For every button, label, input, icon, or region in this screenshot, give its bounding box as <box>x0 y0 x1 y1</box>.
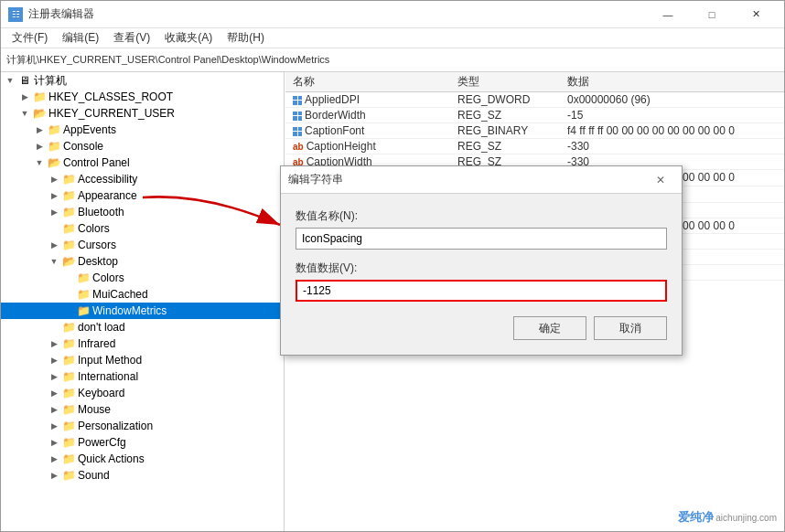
tree-node-sound[interactable]: ▶ 📁 Sound <box>1 467 284 484</box>
expand-keyboard[interactable]: ▶ <box>47 386 61 400</box>
tree-node-colors[interactable]: ▶ 📁 Colors <box>1 220 284 237</box>
tree-node-powercfg[interactable]: ▶ 📁 PowerCfg <box>1 434 284 451</box>
node-label-console: Console <box>63 140 103 153</box>
tree-node-quickactions[interactable]: ▶ 📁 Quick Actions <box>1 451 284 467</box>
tree-node-cursors[interactable]: ▶ 📁 Cursors <box>1 237 284 253</box>
expand-control-panel[interactable]: ▼ <box>32 155 47 170</box>
expand-quickactions[interactable]: ▶ <box>47 452 61 466</box>
tree-node-console[interactable]: ▶ 📁 Console <box>1 138 284 154</box>
menu-help[interactable]: 帮助(H) <box>220 28 272 48</box>
tree-node-infrared[interactable]: ▶ 📁 Infrared <box>1 335 284 352</box>
expand-international[interactable]: ▶ <box>47 369 61 384</box>
expand-infrared[interactable]: ▶ <box>47 336 61 351</box>
tree-node-appevents[interactable]: ▶ 📁 AppEvents <box>1 122 284 138</box>
window-controls: — □ ✕ <box>647 1 777 28</box>
data-input[interactable] <box>296 280 667 302</box>
expand-inputmethod[interactable]: ▶ <box>47 353 61 367</box>
table-row[interactable]: abCaptionHeightREG_SZ-330 <box>285 139 784 154</box>
tree-node-windowmetrics[interactable]: ▶ 📁 WindowMetrics <box>1 303 284 319</box>
tree-node-muicached[interactable]: ▶ 📁 MuiCached <box>1 286 284 303</box>
table-row[interactable]: CaptionFontREG_BINARYf4 ff ff ff 00 00 0… <box>285 123 784 139</box>
edit-string-dialog[interactable]: 编辑字符串 ✕ 数值名称(N): 数值数据(V): 确定 取消 <box>280 165 683 356</box>
folder-icon-powercfg: 📁 <box>61 436 76 449</box>
tree-node-control-panel[interactable]: ▼ 📂 Control Panel <box>1 154 284 171</box>
expand-console[interactable]: ▶ <box>32 139 47 154</box>
node-label-international: International <box>78 370 138 383</box>
expand-classes-root[interactable]: ▶ <box>17 90 32 104</box>
cell-name: abCaptionHeight <box>285 139 450 154</box>
node-label-powercfg: PowerCfg <box>78 436 126 449</box>
folder-icon-control-panel: 📂 <box>47 156 61 169</box>
minimize-button[interactable]: — <box>647 1 689 28</box>
folder-icon-sound: 📁 <box>61 469 76 482</box>
expand-current-user[interactable]: ▼ <box>17 106 32 121</box>
tree-node-accessibility[interactable]: ▶ 📁 Accessibility <box>1 171 284 187</box>
node-label-personalization: Personalization <box>78 420 153 432</box>
table-row[interactable]: AppliedDPIREG_DWORD0x00000060 (96) <box>285 92 784 108</box>
cell-name: AppliedDPI <box>285 92 450 108</box>
cell-type: REG_BINARY <box>450 123 560 139</box>
tree-node-dontload[interactable]: ▶ 📁 don't load <box>1 319 284 335</box>
node-label-inputmethod: Input Method <box>78 354 142 367</box>
node-label-mouse: Mouse <box>78 403 111 416</box>
tree-node-computer[interactable]: ▼ 🖥 计算机 <box>1 72 284 89</box>
tree-node-keyboard[interactable]: ▶ 📁 Keyboard <box>1 385 284 401</box>
folder-icon-personalization: 📁 <box>61 420 76 432</box>
col-header-type: 类型 <box>450 72 560 92</box>
tree-node-bluetooth[interactable]: ▶ 📁 Bluetooth <box>1 204 284 220</box>
expand-appearance[interactable]: ▶ <box>47 188 61 203</box>
app-icon: ☷ <box>8 7 23 22</box>
tree-node-appearance[interactable]: ▶ 📁 Appearance <box>1 187 284 204</box>
expand-bluetooth[interactable]: ▶ <box>47 205 61 219</box>
col-header-name: 名称 <box>285 72 450 92</box>
folder-icon-muicached: 📁 <box>76 288 91 301</box>
node-label-quickactions: Quick Actions <box>78 452 145 465</box>
menu-view[interactable]: 查看(V) <box>106 28 157 48</box>
watermark: 爱纯净 aichunjing.com <box>674 507 780 527</box>
folder-icon-windowmetrics: 📁 <box>76 304 91 317</box>
cell-name: CaptionFont <box>285 123 450 139</box>
expand-sound[interactable]: ▶ <box>47 468 61 483</box>
expand-accessibility[interactable]: ▶ <box>47 172 61 186</box>
tree-panel[interactable]: ▼ 🖥 计算机 ▶ 📁 HKEY_CLASSES_ROOT ▼ 📂 HKEY_C… <box>1 72 285 531</box>
cancel-button[interactable]: 取消 <box>594 316 667 340</box>
expand-powercfg[interactable]: ▶ <box>47 435 61 450</box>
node-label-dontload: don't load <box>78 321 125 334</box>
dialog-body: 数值名称(N): 数值数据(V): 确定 取消 <box>281 194 682 355</box>
node-label-colors: Colors <box>78 222 110 235</box>
node-label-infrared: Infrared <box>78 337 115 350</box>
node-label-muicached: MuiCached <box>92 288 148 301</box>
cell-data: -330 <box>560 139 784 154</box>
data-label: 数值数据(V): <box>296 261 667 276</box>
expand-personalization[interactable]: ▶ <box>47 419 61 433</box>
tree-node-mouse[interactable]: ▶ 📁 Mouse <box>1 401 284 418</box>
node-label-desktop-colors: Colors <box>92 271 124 284</box>
maximize-button[interactable]: □ <box>691 1 733 28</box>
folder-icon-infrared: 📁 <box>61 337 76 350</box>
folder-icon-colors: 📁 <box>61 222 76 235</box>
close-button[interactable]: ✕ <box>735 1 777 28</box>
expand-computer[interactable]: ▼ <box>3 73 17 88</box>
folder-icon-quickactions: 📁 <box>61 452 76 465</box>
tree-node-desktop-colors[interactable]: ▶ 📁 Colors <box>1 270 284 286</box>
tree-node-inputmethod[interactable]: ▶ 📁 Input Method <box>1 352 284 368</box>
name-input[interactable] <box>296 228 667 250</box>
tree-node-personalization[interactable]: ▶ 📁 Personalization <box>1 418 284 434</box>
tree-node-international[interactable]: ▶ 📁 International <box>1 368 284 385</box>
tree-node-desktop[interactable]: ▼ 📂 Desktop <box>1 253 284 270</box>
menu-file[interactable]: 文件(F) <box>5 28 55 48</box>
expand-cursors[interactable]: ▶ <box>47 238 61 252</box>
tree-node-classes-root[interactable]: ▶ 📁 HKEY_CLASSES_ROOT <box>1 89 284 105</box>
confirm-button[interactable]: 确定 <box>513 316 586 340</box>
node-label-windowmetrics: WindowMetrics <box>92 304 167 317</box>
expand-desktop[interactable]: ▼ <box>47 254 61 269</box>
expand-mouse[interactable]: ▶ <box>47 402 61 417</box>
menu-edit[interactable]: 编辑(E) <box>55 28 106 48</box>
node-label-classes-root: HKEY_CLASSES_ROOT <box>48 90 173 103</box>
folder-icon-international: 📁 <box>61 370 76 383</box>
dialog-close-button[interactable]: ✕ <box>647 168 674 192</box>
menu-favorites[interactable]: 收藏夹(A) <box>157 28 220 48</box>
tree-node-current-user[interactable]: ▼ 📂 HKEY_CURRENT_USER <box>1 105 284 122</box>
expand-appevents[interactable]: ▶ <box>32 122 47 137</box>
table-row[interactable]: BorderWidthREG_SZ-15 <box>285 108 784 123</box>
